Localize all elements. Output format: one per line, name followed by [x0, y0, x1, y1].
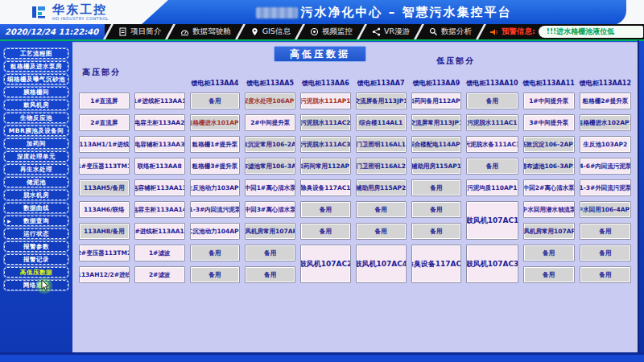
equipment-status-cell[interactable]: 除臭设备117AC1	[300, 179, 351, 196]
equipment-status-cell[interactable]: 粗格栅进水102AP1	[580, 114, 631, 131]
equipment-status-cell[interactable]: 粗格栅3#提升泵	[190, 158, 241, 175]
equipment-status-cell[interactable]: 二沉池动力104AP1	[190, 223, 241, 240]
equipment-status-cell[interactable]: 4-6#内回流污泥泵	[580, 158, 631, 175]
equipment-status-cell[interactable]: 1#变压器113TM1	[79, 158, 130, 175]
equipment-status-cell[interactable]: 1-3#内回流污泥泵	[190, 201, 241, 218]
menu-item-data-analysis[interactable]: 数据分析	[423, 24, 477, 39]
equipment-status-cell[interactable]: 门卫照明116AL1	[356, 136, 407, 153]
equipment-status-cell[interactable]: 污泥脱水111AC2	[300, 114, 351, 131]
equipment-status-cell[interactable]: 备用	[580, 223, 631, 240]
equipment-status-cell[interactable]: 门卫照明116AL2	[356, 158, 407, 175]
equipment-status-cell[interactable]: 1-3#外回流污泥泵	[580, 179, 631, 196]
menu-item-gis-info[interactable]: GIS信息	[245, 24, 296, 39]
equipment-status-cell[interactable]: 电容辅柜113AA13	[134, 179, 185, 196]
sidebar-item[interactable]: 储泥池	[4, 177, 68, 187]
equipment-status-cell[interactable]: 鼓风机房常用107AP1	[523, 223, 575, 240]
equipment-status-cell[interactable]: 中水回用潜水轴流泵	[523, 201, 575, 218]
equipment-status-cell[interactable]: 备用	[356, 223, 407, 240]
equipment-status-cell[interactable]: 滤布滤池106-3AP1	[523, 158, 575, 175]
equipment-status-cell[interactable]: 备用	[356, 201, 407, 218]
equipment-status-cell[interactable]: 交流屏常用113JP1	[411, 114, 462, 131]
sidebar-item[interactable]: 再生水处理	[4, 164, 68, 175]
equipment-status-cell[interactable]: 2#直流屏	[79, 114, 130, 131]
equipment-status-cell[interactable]: 生反池103AP2	[580, 136, 631, 153]
equipment-status-cell[interactable]: 1#直流屏	[79, 93, 130, 109]
equipment-status-cell[interactable]: 交流屏备用113JP1	[356, 93, 407, 109]
sidebar-item[interactable]: 高低压数据	[4, 267, 68, 278]
equipment-status-cell[interactable]: 鼓风机107AC1	[466, 201, 518, 240]
equipment-status-cell[interactable]: 备用	[411, 201, 462, 218]
equipment-status-cell[interactable]: 污泥均质110AP1	[466, 179, 518, 196]
equipment-status-cell[interactable]: 中回1#离心清水泵	[245, 179, 295, 196]
equipment-status-cell[interactable]: 备用	[580, 266, 631, 283]
equipment-status-cell[interactable]: 2#进线柜113AA15	[134, 223, 185, 240]
equipment-status-cell[interactable]: 污泥脱水111AC1	[466, 114, 518, 131]
equipment-status-cell[interactable]: 污泥脱水111AP1	[300, 93, 351, 109]
equipment-status-cell[interactable]: 除臭设备117AC2	[411, 245, 462, 283]
sidebar-item[interactable]: 工艺流程图	[4, 48, 68, 59]
equipment-status-cell[interactable]: 鼓风机107AC4	[356, 245, 407, 283]
sidebar-item[interactable]: ▶数据查询	[4, 216, 68, 226]
equipment-status-cell[interactable]: 粗格栅1#提升泵	[190, 136, 241, 153]
equipment-status-cell[interactable]: 备用	[466, 158, 518, 175]
sidebar-item[interactable]: 运行状态	[4, 228, 68, 239]
equipment-status-cell[interactable]: 113AH5/备用	[79, 179, 130, 196]
equipment-status-cell[interactable]: 备用	[245, 245, 295, 261]
equipment-status-cell[interactable]: 污泥脱水111AC3	[300, 136, 351, 153]
sidebar-item[interactable]: MBR膜池及设备间	[4, 125, 68, 136]
equipment-status-cell[interactable]: 粗格栅2#提升泵	[580, 93, 631, 109]
equipment-status-cell[interactable]: 2#变压器113TM2	[79, 245, 130, 261]
equipment-status-cell[interactable]: 备用	[411, 179, 462, 196]
equipment-status-cell[interactable]: 备用	[466, 93, 518, 109]
sidebar-item[interactable]: 生物反应池	[4, 113, 68, 123]
equipment-status-cell[interactable]: 备用	[523, 245, 575, 261]
alarm-info-area[interactable]: 预警信息: !!!进水格栅池液位低	[485, 24, 644, 39]
sidebar-item[interactable]: 数据曲线	[4, 203, 68, 213]
menu-item-data-cockpit[interactable]: 数据驾驶舱	[175, 24, 237, 39]
sidebar-item[interactable]: 深度处理单元	[4, 151, 68, 162]
equipment-status-cell[interactable]: 3#中间提升泵	[523, 114, 575, 131]
equipment-status-cell[interactable]: 鼓风机房常用107AP1	[245, 223, 295, 240]
equipment-status-cell[interactable]: 加药间备用112AP1	[411, 93, 462, 109]
equipment-status-cell[interactable]: 2#滤波	[134, 266, 185, 283]
equipment-status-cell[interactable]: 鼓风机107AC3	[466, 245, 518, 283]
equipment-status-cell[interactable]: 辅助用房115AP1	[411, 158, 462, 175]
sidebar-item[interactable]: 网络通讯	[4, 280, 68, 290]
equipment-status-cell[interactable]: 中水回用106-4AP1	[580, 201, 631, 218]
equipment-status-cell[interactable]: 综合楼配电114AP1	[411, 136, 462, 153]
sidebar-item[interactable]: 膜格栅间	[4, 87, 68, 97]
equipment-status-cell[interactable]: 113AH1/1#进线	[79, 136, 130, 153]
equipment-status-cell[interactable]: 中回2#离心清水泵	[523, 179, 575, 196]
equipment-status-cell[interactable]: 联络柜113AA8	[134, 158, 185, 175]
equipment-status-cell[interactable]: 1#进线柜113AA1	[134, 93, 185, 109]
equipment-status-cell[interactable]: 备用	[245, 266, 295, 283]
equipment-status-cell[interactable]: 中回3#离心清水泵	[245, 201, 295, 218]
sidebar-item[interactable]: 加药间	[4, 138, 68, 149]
equipment-status-cell[interactable]: 电容主柜113AA2	[134, 114, 185, 131]
sidebar-item[interactable]: 报警参数	[4, 241, 68, 252]
equipment-status-cell[interactable]: 备用	[300, 201, 351, 218]
equipment-status-cell[interactable]: 电容辅柜113AA3	[134, 136, 185, 153]
equipment-status-cell[interactable]: 高效沉淀106-2AP1	[523, 136, 575, 153]
equipment-status-cell[interactable]: 备用	[190, 245, 241, 261]
equipment-status-cell[interactable]: 滤布滤池常用106-3AP1	[245, 158, 295, 175]
equipment-status-cell[interactable]: 备用	[190, 93, 241, 109]
menu-item-video-monitor[interactable]: 视频监控	[304, 24, 358, 39]
equipment-status-cell[interactable]: 粗格栅进水101AP1	[190, 114, 241, 131]
equipment-status-cell[interactable]: 高效沉淀常用106-2AP1	[245, 136, 295, 153]
equipment-status-cell[interactable]: 深度水处理106AP1	[245, 93, 295, 109]
equipment-status-cell[interactable]: 综合楼114AL1	[356, 114, 407, 131]
equipment-status-cell[interactable]: 1#滤波	[134, 245, 185, 261]
sidebar-item[interactable]: 粗格栅及进水泵房	[4, 61, 68, 72]
sidebar-item[interactable]: 脱水机房	[4, 190, 68, 200]
menu-item-vr-tour[interactable]: VR漫游	[366, 24, 415, 39]
sidebar-item[interactable]: 细格栅及曝气沉砂池	[4, 74, 68, 84]
equipment-status-cell[interactable]: 113AH6/联络	[79, 201, 130, 218]
equipment-status-cell[interactable]: 2#中间提升泵	[245, 114, 295, 131]
equipment-status-cell[interactable]: 备用	[580, 245, 631, 261]
equipment-status-cell[interactable]: 污泥脱水备111AC3	[466, 136, 518, 153]
equipment-status-cell[interactable]: 1#中间提升泵	[523, 93, 575, 109]
equipment-status-cell[interactable]: 辅助用房115AP2	[356, 179, 407, 196]
equipment-status-cell[interactable]: 备用	[190, 266, 241, 283]
equipment-status-cell[interactable]: 113AH8/备用	[79, 223, 130, 240]
